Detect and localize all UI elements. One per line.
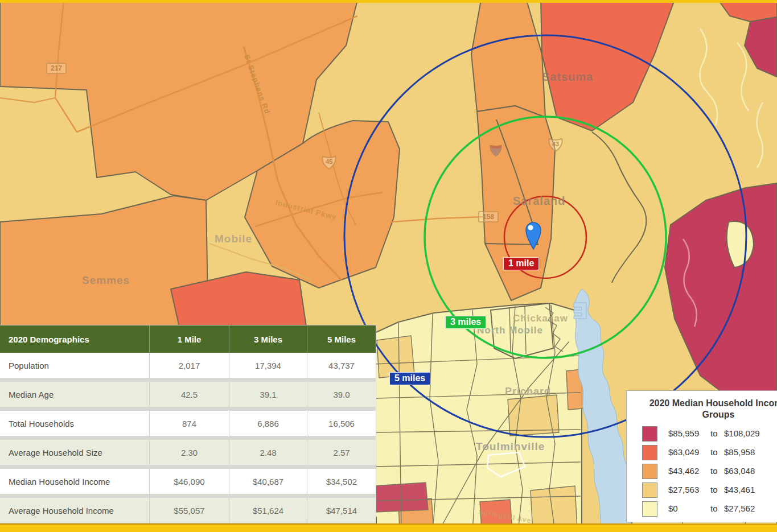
legend-range-to: to xyxy=(710,485,718,494)
row-label: Average Household Size xyxy=(0,440,149,465)
route-shield-icon: 158 xyxy=(478,211,499,222)
row-value: 39.1 xyxy=(229,382,307,407)
1-mile-badge: 1 mile xyxy=(503,257,539,270)
legend-range-max: $27,562 xyxy=(724,504,755,513)
legend-swatch xyxy=(642,445,657,460)
legend-range-max: $43,461 xyxy=(724,485,755,494)
row-label: Total Households xyxy=(0,411,149,436)
legend-title-line2: Groups xyxy=(627,409,777,420)
legend-range-min: $27,563 xyxy=(668,485,699,494)
row-value: 39.0 xyxy=(307,382,376,407)
map-label-saraland: Saraland xyxy=(513,195,565,208)
legend-title-line1: 2020 Median Household Income xyxy=(627,398,777,409)
interstate-shield-icon xyxy=(488,143,503,160)
page-frame-top xyxy=(0,0,777,3)
map-label-chickasaw: Chickasaw xyxy=(513,313,568,324)
legend-range-min: $0 xyxy=(668,504,678,513)
row-value: 2.57 xyxy=(307,440,376,465)
svg-text:45: 45 xyxy=(326,158,332,165)
row-separator xyxy=(0,494,376,498)
map-label-springhill-ave: Springhill Ave xyxy=(478,508,532,525)
map-label-mobile: Mobile xyxy=(215,233,252,245)
legend-range-max: $85,958 xyxy=(724,447,755,457)
legend-range-to: to xyxy=(710,447,718,457)
us-route-shield-icon: 43 xyxy=(547,137,564,155)
legend-swatch xyxy=(642,426,657,442)
row-value: 43,737 xyxy=(307,353,376,378)
row-separator xyxy=(0,465,376,469)
map-label-toulminville: Toulminville xyxy=(476,440,545,453)
row-separator xyxy=(0,407,376,411)
legend-range-min: $85,959 xyxy=(668,428,699,438)
table-row: Population2,01717,39443,737 xyxy=(0,353,376,378)
table-row: Median Age42.539.139.0 xyxy=(0,382,376,407)
row-value: 6,886 xyxy=(229,411,307,436)
legend-swatch xyxy=(642,464,657,479)
table-header-cell: 2020 Demographics xyxy=(0,325,149,353)
table-header-cell: 5 Miles xyxy=(307,325,376,353)
row-value: $51,624 xyxy=(229,498,307,523)
map-label-semmes: Semmes xyxy=(82,274,130,287)
demographics-table: 2020 Demographics1 Mile3 Miles5 MilesPop… xyxy=(0,325,376,523)
map-label-north-mobile: North Mobile xyxy=(477,325,543,336)
legend-items: $85,959to$108,029$63,049to$85,958$43,462… xyxy=(627,424,777,518)
legend-item: $43,462to$63,048 xyxy=(627,462,777,481)
map-label-prichard: Prichard xyxy=(505,386,551,398)
svg-text:43: 43 xyxy=(552,141,559,147)
route-shield-icon: 217 xyxy=(46,63,67,74)
table-header-cell: 1 Mile xyxy=(149,325,229,353)
row-label: Population xyxy=(0,353,149,378)
page-frame-bottom xyxy=(0,523,777,532)
row-value: 17,394 xyxy=(229,353,307,378)
table-header-cell: 3 Miles xyxy=(229,325,307,353)
legend-range-to: to xyxy=(710,428,718,438)
report-page: { "map": { "labels": [ {"text": "Satsuma… xyxy=(0,0,777,532)
row-value: 2.30 xyxy=(149,440,229,465)
legend-range-to: to xyxy=(710,466,718,476)
row-value: $40,687 xyxy=(229,469,307,494)
table-row: Average Household Income$55,057$51,624$4… xyxy=(0,498,376,523)
row-value: 874 xyxy=(149,411,229,436)
legend-range-max: $63,048 xyxy=(724,466,755,476)
table-header-row: 2020 Demographics1 Mile3 Miles5 Miles xyxy=(0,325,376,353)
legend-item: $27,563to$43,461 xyxy=(627,481,777,500)
row-label: Median Age xyxy=(0,382,149,407)
row-value: 2,017 xyxy=(149,353,229,378)
map-label-satsuma: Satsuma xyxy=(542,71,593,84)
table-row: Average Household Size2.302.482.57 xyxy=(0,440,376,465)
legend-swatch xyxy=(642,501,657,517)
row-value: 2.48 xyxy=(229,440,307,465)
legend-item: $0to$27,562 xyxy=(627,500,777,518)
route-number: 217 xyxy=(46,63,67,74)
3-miles-badge: 3 miles xyxy=(445,316,486,329)
row-label: Median Household Income xyxy=(0,469,149,494)
row-value: $46,090 xyxy=(149,469,229,494)
legend-swatch xyxy=(642,482,657,498)
map-label-industrial-pkwy: Industrial Pkwy xyxy=(274,198,338,221)
map-label-st-stephens-rd: St Stephens Rd xyxy=(242,53,272,116)
legend-range-to: to xyxy=(710,504,718,513)
legend-range-max: $108,029 xyxy=(724,428,760,438)
legend-item: $85,959to$108,029 xyxy=(627,424,777,443)
row-value: $55,057 xyxy=(149,498,229,523)
table-row: Total Households8746,88616,506 xyxy=(0,411,376,436)
row-value: $34,502 xyxy=(307,469,376,494)
5-miles-badge: 5 miles xyxy=(389,372,430,385)
route-number: 158 xyxy=(478,211,499,222)
income-legend: 2020 Median Household Income Groups $85,… xyxy=(626,390,777,522)
legend-item: $63,049to$85,958 xyxy=(627,443,777,462)
row-value: 42.5 xyxy=(149,382,229,407)
row-separator xyxy=(0,378,376,382)
row-value: 16,506 xyxy=(307,411,376,436)
row-separator xyxy=(0,436,376,440)
legend-range-min: $63,049 xyxy=(668,447,699,457)
legend-range-min: $43,462 xyxy=(668,466,699,476)
row-label: Average Household Income xyxy=(0,498,149,523)
us-route-shield-icon: 45 xyxy=(320,155,338,173)
table-row: Median Household Income$46,090$40,687$34… xyxy=(0,469,376,494)
row-value: $47,514 xyxy=(307,498,376,523)
legend-title: 2020 Median Household Income Groups xyxy=(627,398,777,420)
